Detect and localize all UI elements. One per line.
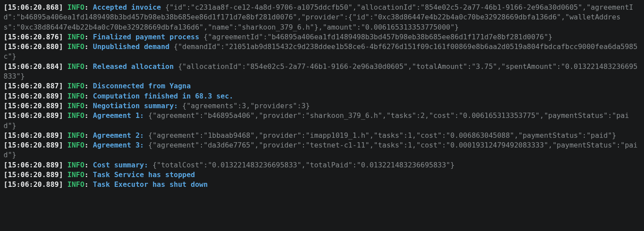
- log-payload: {"agreementId":"b46895a406ea1fd1489498b3…: [204, 33, 553, 41]
- log-level: INFO: [68, 131, 85, 140]
- log-separator: [178, 102, 182, 110]
- log-level: INFO: [68, 42, 85, 51]
- log-timestamp: [15:06:20.876]: [4, 33, 68, 41]
- log-payload: {"totalCost":"0.013221483236695833","tot…: [152, 161, 455, 169]
- log-message: Cost summary:: [93, 161, 152, 169]
- log-level: INFO: [68, 62, 85, 71]
- log-separator: :: [84, 92, 93, 100]
- log-separator: :: [84, 82, 93, 90]
- log-separator: :: [84, 33, 93, 41]
- log-timestamp: [15:06:20.889]: [4, 111, 68, 120]
- log-timestamp: [15:06:20.889]: [4, 102, 68, 110]
- log-timestamp: [15:06:20.889]: [4, 92, 68, 100]
- log-payload: {"agreements":3,"providers":3}: [182, 102, 310, 110]
- log-message: Agreement 2:: [93, 131, 148, 140]
- log-level: INFO: [68, 141, 85, 149]
- log-level: INFO: [68, 161, 85, 169]
- log-separator: [174, 62, 178, 71]
- log-payload: {"agreement":"1bbaab9468","provider":"im…: [148, 131, 617, 140]
- log-separator: :: [84, 141, 93, 149]
- log-separator: :: [84, 102, 93, 110]
- log-line: [15:06:20.889] INFO: Agreement 2: {"agre…: [4, 131, 616, 140]
- log-line: [15:06:20.889] INFO: Agreement 1: {"agre…: [4, 111, 629, 129]
- log-level: INFO: [68, 82, 85, 90]
- log-timestamp: [15:06:20.880]: [4, 42, 68, 51]
- log-level: INFO: [68, 111, 85, 120]
- log-timestamp: [15:06:20.889]: [4, 131, 68, 140]
- log-line: [15:06:20.889] INFO: Task Service has st…: [4, 170, 195, 179]
- log-separator: :: [84, 42, 93, 51]
- log-level: INFO: [68, 92, 85, 100]
- log-line: [15:06:20.884] INFO: Released allocation…: [4, 62, 637, 80]
- log-timestamp: [15:06:20.884]: [4, 62, 68, 71]
- log-line: [15:06:20.880] INFO: Unpublished demand …: [4, 42, 637, 61]
- log-line: [15:06:20.876] INFO: Finalized payment p…: [4, 33, 553, 41]
- log-separator: :: [84, 62, 93, 71]
- log-message: Released allocation: [93, 62, 174, 71]
- log-separator: [161, 3, 165, 11]
- log-separator: [199, 33, 204, 41]
- log-line: [15:06:20.887] INFO: Disconnected from Y…: [4, 82, 191, 90]
- log-separator: :: [84, 170, 93, 179]
- log-timestamp: [15:06:20.868]: [4, 3, 68, 11]
- log-separator: :: [84, 111, 93, 120]
- log-line: [15:06:20.889] INFO: Task Executor has s…: [4, 180, 208, 189]
- log-level: INFO: [68, 180, 85, 189]
- log-line: [15:06:20.889] INFO: Negotiation summary…: [4, 102, 310, 110]
- log-message: Accepted invoice: [93, 3, 161, 11]
- log-timestamp: [15:06:20.889]: [4, 170, 68, 179]
- log-message: Agreement 3:: [93, 141, 148, 149]
- log-line: [15:06:20.889] INFO: Cost summary: {"tot…: [4, 161, 455, 169]
- log-line: [15:06:20.868] INFO: Accepted invoice {"…: [4, 3, 633, 31]
- log-separator: :: [84, 3, 93, 11]
- log-message: Unpublished demand: [93, 42, 169, 51]
- terminal-output: [15:06:20.868] INFO: Accepted invoice {"…: [0, 0, 644, 231]
- log-message: Task Executor has shut down: [93, 180, 208, 189]
- log-level: INFO: [68, 3, 85, 11]
- log-level: INFO: [68, 102, 85, 110]
- log-message: Finalized payment process: [93, 33, 199, 41]
- log-message: Agreement 1:: [93, 111, 148, 120]
- log-separator: :: [84, 131, 93, 140]
- log-timestamp: [15:06:20.889]: [4, 161, 68, 169]
- log-message: Disconnected from Yagna: [93, 82, 191, 90]
- log-separator: [170, 42, 174, 51]
- log-timestamp: [15:06:20.889]: [4, 141, 68, 149]
- log-level: INFO: [68, 170, 85, 179]
- log-line: [15:06:20.889] INFO: Computation finishe…: [4, 92, 233, 100]
- log-message: Negotiation summary:: [93, 102, 178, 110]
- log-message: Task Service has stopped: [93, 170, 195, 179]
- log-separator: :: [84, 161, 93, 169]
- log-message: Computation finished in 68.3 sec.: [93, 92, 233, 100]
- log-level: INFO: [68, 33, 85, 41]
- log-line: [15:06:20.889] INFO: Agreement 3: {"agre…: [4, 141, 637, 159]
- log-timestamp: [15:06:20.889]: [4, 180, 68, 189]
- log-timestamp: [15:06:20.887]: [4, 82, 68, 90]
- log-separator: :: [84, 180, 93, 189]
